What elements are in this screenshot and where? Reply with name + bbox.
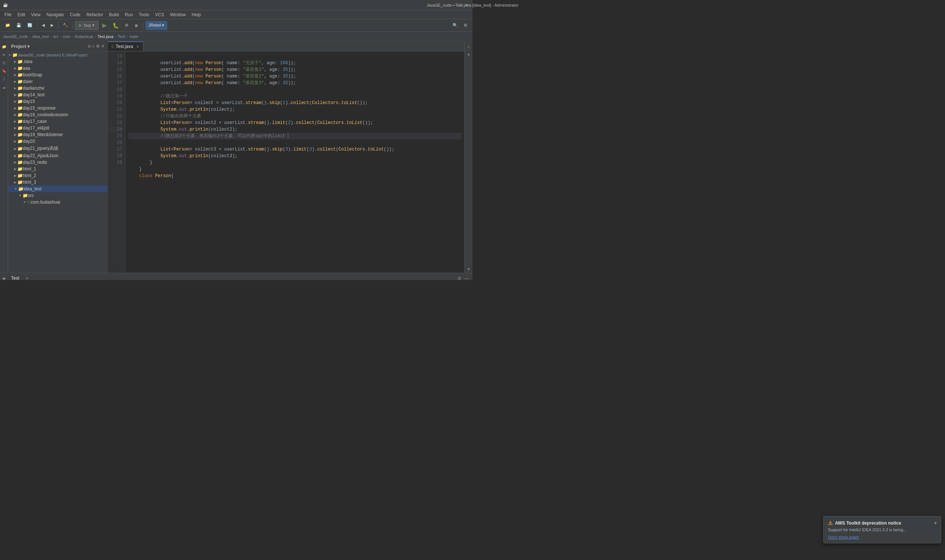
ln-16: 16 bbox=[109, 73, 122, 80]
menu-edit[interactable]: Edit bbox=[14, 11, 28, 18]
run-config-label: Test bbox=[83, 23, 91, 28]
tree-src[interactable]: ▼ 📁 src bbox=[8, 192, 108, 199]
tree-day22[interactable]: ▶ 📁 day22_Ajax&Json bbox=[8, 152, 108, 159]
jrebel-button[interactable]: JRebel ▾ bbox=[145, 21, 167, 30]
idea-test-icon: 📁 bbox=[18, 186, 24, 191]
search-everywhere-btn[interactable]: 🔍 bbox=[450, 21, 460, 30]
run-minimize-icon[interactable]: — bbox=[464, 275, 470, 280]
menu-view[interactable]: View bbox=[28, 11, 43, 18]
tree-html1[interactable]: ▶ 📁 html_1 bbox=[8, 166, 108, 172]
breadcrumb-sep-3: › bbox=[60, 34, 62, 39]
tree-idea[interactable]: ▶ 📁 .idea bbox=[8, 58, 108, 65]
tab-test-java[interactable]: C Test.java ✕ bbox=[108, 41, 143, 51]
run-tab-test[interactable]: Test bbox=[9, 275, 22, 280]
breadcrumb-project[interactable]: JavaSE_code bbox=[3, 34, 28, 39]
bookmarks-tool-button[interactable]: 🔖 bbox=[0, 67, 8, 74]
project-collapse-icon[interactable]: ≡ bbox=[92, 44, 94, 49]
run-tab-close-icon[interactable]: ✕ bbox=[25, 276, 29, 280]
breadcrumb-class[interactable]: Test bbox=[118, 34, 125, 39]
tree-html2[interactable]: ▶ 📁 html_2 bbox=[8, 172, 108, 179]
menu-run[interactable]: Run bbox=[122, 11, 136, 18]
jrebel-side-button[interactable]: J bbox=[0, 75, 8, 83]
stop-button[interactable]: ⏹ bbox=[132, 21, 141, 30]
project-settings-icon[interactable]: ⚙ bbox=[96, 44, 100, 49]
tree-day17c[interactable]: ▶ 📁 day17_case bbox=[8, 118, 108, 125]
breadcrumb-method[interactable]: main bbox=[129, 34, 139, 39]
toolbar-build-btn[interactable]: 🔨 bbox=[60, 21, 70, 30]
tree-package[interactable]: ▼ ⬡ com.liudashuai bbox=[8, 199, 108, 206]
project-panel-title[interactable]: Project ▾ bbox=[11, 44, 29, 49]
scroll-down-icon[interactable]: ▼ bbox=[465, 265, 473, 272]
ln-15: 15 bbox=[109, 66, 122, 73]
tree-aaa[interactable]: ▶ 📁 aaa bbox=[8, 65, 108, 72]
day23-label: day23_redis bbox=[23, 160, 47, 165]
tree-day19[interactable]: ▶ 📁 day19_filter&listener bbox=[8, 131, 108, 138]
idea-test-label: idea_test bbox=[24, 186, 42, 191]
tree-bootstrap[interactable]: ▶ 📁 bootStrap bbox=[8, 72, 108, 78]
tree-daolianzhe[interactable]: ▶ 📁 daolianzhe bbox=[8, 85, 108, 91]
run-config-selector[interactable]: ▶ Test ▾ bbox=[75, 21, 99, 30]
project-scope-icon[interactable]: ⊙ bbox=[88, 44, 91, 49]
tree-day15[interactable]: ▶ 📁 day15 bbox=[8, 98, 108, 105]
aws-side-button[interactable]: ☁ bbox=[0, 83, 8, 91]
breadcrumb-package[interactable]: liudashuai bbox=[75, 34, 93, 39]
tree-day17e[interactable]: ▶ 📁 day17_el&jstl bbox=[8, 125, 108, 131]
day21-label: day21_jquery高级 bbox=[23, 145, 58, 152]
run-with-coverage-btn[interactable]: ⚙ bbox=[123, 21, 131, 30]
day15r-label: day15_response bbox=[23, 106, 56, 111]
html1-icon: 📁 bbox=[17, 166, 23, 172]
line-18: //跳过第一个 bbox=[128, 94, 188, 99]
tree-html3[interactable]: ▶ 📁 html_3 bbox=[8, 179, 108, 186]
tab-close-icon[interactable]: ✕ bbox=[136, 45, 139, 49]
tree-day20[interactable]: ▶ 📁 day20 bbox=[8, 138, 108, 145]
run-panel: ▶ Test ✕ ⚙ — ▶ ▲ ▼ ⇩ ☰ ⚙ JR ⊘ "D:\1progr… bbox=[0, 272, 473, 280]
tree-day23[interactable]: ▶ 📁 day23_redis bbox=[8, 159, 108, 166]
settings-btn[interactable]: ⚙ bbox=[461, 21, 470, 30]
ln-25: 25 bbox=[109, 133, 122, 140]
menu-build[interactable]: Build bbox=[106, 11, 122, 18]
tree-day15r[interactable]: ▶ 📁 day15_response bbox=[8, 105, 108, 111]
tree-root[interactable]: ▼ 📁 JavaaSE_code [stream] E:\IdeaProject bbox=[8, 52, 108, 58]
toolbar-save-btn[interactable]: 💾 bbox=[14, 21, 24, 30]
menu-file[interactable]: File bbox=[2, 11, 14, 18]
menu-help[interactable]: Help bbox=[189, 11, 204, 18]
day16-label: day16_cookie&cession bbox=[23, 112, 68, 117]
breadcrumb-com[interactable]: com bbox=[63, 34, 71, 39]
toolbar-back-btn[interactable]: ◀ bbox=[40, 21, 47, 30]
tree-daier[interactable]: ▶ 📁 daier bbox=[8, 78, 108, 85]
breadcrumb-file[interactable]: Test.java bbox=[97, 34, 113, 39]
day22-label: day22_Ajax&Json bbox=[23, 153, 58, 158]
menu-refactor[interactable]: Refactor bbox=[83, 11, 106, 18]
toolbar-refresh-btn[interactable]: 🔄 bbox=[25, 21, 35, 30]
project-hide-icon[interactable]: ✕ bbox=[101, 44, 105, 49]
menu-vcs[interactable]: VCS bbox=[152, 11, 167, 18]
favorites-tool-button[interactable]: ★ bbox=[0, 51, 8, 58]
run-settings-icon[interactable]: ⚙ bbox=[456, 275, 462, 280]
project-tool-button[interactable]: 📁 bbox=[0, 43, 8, 50]
html2-label: html_2 bbox=[23, 173, 36, 178]
menu-tools[interactable]: Tools bbox=[136, 11, 152, 18]
day16-arrow: ▶ bbox=[14, 113, 17, 117]
scroll-up-icon[interactable]: ▲ bbox=[465, 50, 473, 58]
debug-button[interactable]: 🐛 bbox=[110, 21, 121, 30]
day19-icon: 📁 bbox=[17, 132, 23, 137]
day17c-icon: 📁 bbox=[17, 119, 23, 124]
warning-icon[interactable]: ⚠ bbox=[465, 43, 473, 50]
code-content[interactable]: userList.add(new Person( name: "无涯子", ag… bbox=[125, 52, 464, 272]
menu-code[interactable]: Code bbox=[67, 11, 83, 18]
tree-day14[interactable]: ▶ 📁 day14_test bbox=[8, 91, 108, 98]
menubar: File Edit View Navigate Code Refactor Bu… bbox=[0, 10, 473, 19]
breadcrumb-src[interactable]: src bbox=[53, 34, 59, 39]
tree-day21[interactable]: ▶ 📁 day21_jquery高级 bbox=[8, 145, 108, 152]
tree-day16[interactable]: ▶ 📁 day16_cookie&cession bbox=[8, 111, 108, 118]
right-tools: ⚠ ▲ ▼ bbox=[464, 41, 473, 272]
tree-idea-test[interactable]: ▼ 📁 idea_test bbox=[8, 186, 108, 192]
breadcrumb-module[interactable]: idea_test bbox=[32, 34, 49, 39]
structure-tool-button[interactable]: ☰ bbox=[0, 59, 8, 66]
menu-navigate[interactable]: Navigate bbox=[43, 11, 67, 18]
toolbar-open-btn[interactable]: 📁 bbox=[3, 21, 12, 30]
run-button[interactable]: ▶ bbox=[100, 21, 109, 30]
ln-27: 27 bbox=[109, 146, 122, 153]
toolbar-forward-btn[interactable]: ▶ bbox=[48, 21, 56, 30]
menu-window[interactable]: Window bbox=[167, 11, 189, 18]
